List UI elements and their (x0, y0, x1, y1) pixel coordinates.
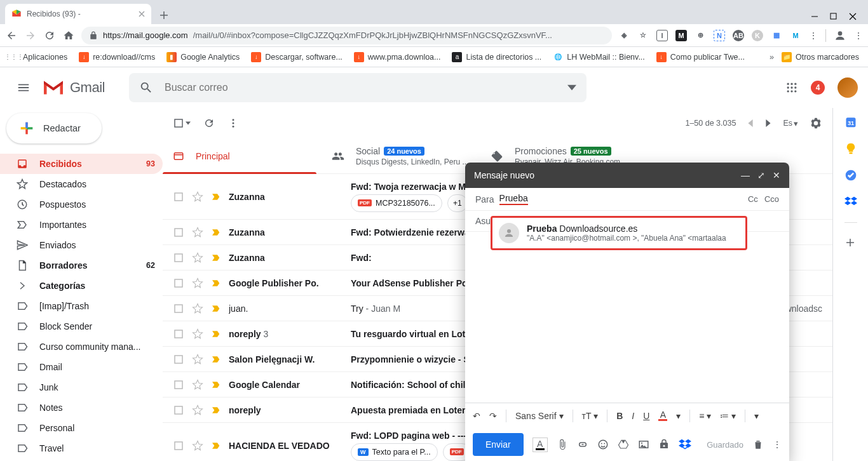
input-tools[interactable]: Es ▾ (783, 119, 798, 128)
row-checkbox[interactable] (173, 440, 184, 451)
minimize-compose-icon[interactable]: — (741, 170, 750, 180)
bookmark-item[interactable]: ▮Google Analytics (163, 52, 243, 62)
tab-principal[interactable]: Principal (163, 138, 322, 173)
close-window-icon[interactable] (849, 13, 857, 20)
refresh-icon[interactable] (203, 117, 215, 129)
bookmark-item[interactable]: ↓re:download//cms (75, 52, 159, 62)
close-compose-icon[interactable]: ✕ (773, 170, 780, 180)
bookmarks-overflow[interactable]: » (770, 53, 774, 62)
row-checkbox[interactable] (173, 252, 184, 264)
sidebar-item-junk[interactable]: Junk (0, 377, 163, 398)
star-icon[interactable] (192, 277, 203, 289)
ext-icon[interactable]: ▦ (771, 30, 782, 41)
dropbox-icon[interactable] (679, 438, 691, 451)
sidebar-item-notes[interactable]: Notes (0, 398, 163, 418)
bookmark-item[interactable]: ↓Como publicar Twe... (653, 52, 749, 62)
keep-icon[interactable] (844, 142, 857, 155)
bookmark-item[interactable]: aLista de directorios ... (448, 52, 545, 62)
star-icon[interactable] (192, 354, 203, 365)
more-format-icon[interactable]: ▾ (754, 411, 759, 421)
bcc-button[interactable]: Cco (764, 194, 779, 204)
home-button[interactable] (62, 30, 75, 41)
omnibox[interactable]: https://mail.google.com/mail/u/0/#inbox?… (81, 27, 612, 44)
forward-button[interactable] (24, 30, 37, 41)
minimize-icon[interactable] (811, 13, 818, 20)
star-icon[interactable] (192, 379, 203, 391)
ext-icon[interactable]: ◈ (618, 30, 630, 41)
search-box[interactable] (129, 73, 587, 102)
row-checkbox[interactable] (173, 191, 184, 203)
notifications-badge[interactable]: 4 (811, 81, 825, 95)
avatar[interactable] (837, 77, 858, 98)
ext-icon[interactable]: K (752, 30, 763, 41)
search-input[interactable] (159, 82, 561, 93)
row-checkbox[interactable] (173, 379, 184, 391)
sidebar-item-enviados[interactable]: Enviados (0, 235, 163, 255)
sidebar-item-pospuestos[interactable]: Pospuestos (0, 194, 163, 215)
row-checkbox[interactable] (173, 277, 184, 289)
calendar-icon[interactable]: 31 (844, 116, 857, 128)
important-icon[interactable] (211, 192, 221, 202)
star-icon[interactable] (192, 191, 203, 203)
new-tab-button[interactable] (155, 6, 173, 24)
ext-icon[interactable]: M (790, 30, 801, 41)
sidebar-item-importantes[interactable]: Importantes (0, 215, 163, 235)
browser-tab[interactable]: Recibidos (93) - (5, 4, 151, 24)
align-icon[interactable]: ≡ ▾ (699, 411, 711, 421)
important-icon[interactable] (211, 227, 221, 237)
sidebar-item-cursocommunitymana[interactable]: Curso community mana... (0, 337, 163, 357)
select-checkbox[interactable] (173, 117, 191, 129)
contact-suggestion[interactable]: Prueba Downloadsource.es "A.A" <anamjico… (491, 216, 747, 250)
row-checkbox[interactable] (173, 354, 184, 365)
sidebar-item-personal[interactable]: Personal (0, 418, 163, 438)
other-bookmarks[interactable]: 📁Otros marcadores (778, 52, 863, 62)
ext-icon[interactable]: ⊕ (695, 30, 706, 41)
sidebar-item-dmail[interactable]: Dmail (0, 357, 163, 377)
tab-social[interactable]: Social24 nuevos Disqus Digests, LinkedIn… (322, 138, 480, 173)
search-icon[interactable] (133, 81, 159, 95)
important-icon[interactable] (211, 329, 221, 339)
star-icon[interactable] (192, 252, 203, 264)
image-icon[interactable] (638, 439, 649, 450)
italic-icon[interactable]: I (632, 411, 634, 421)
star-icon[interactable] (192, 303, 203, 314)
important-icon[interactable] (211, 304, 221, 314)
expand-compose-icon[interactable]: ⤢ (757, 170, 765, 180)
link-icon[interactable] (577, 439, 588, 450)
row-checkbox[interactable] (173, 303, 184, 314)
sidebar-item-travel[interactable]: Travel (0, 438, 163, 458)
undo-icon[interactable]: ↶ (473, 411, 480, 421)
compose-body[interactable] (465, 232, 789, 403)
text-color-icon[interactable]: A (658, 410, 667, 421)
more-icon[interactable] (227, 117, 239, 129)
back-button[interactable] (5, 30, 18, 41)
to-input-text[interactable]: Prueba (499, 193, 528, 205)
star-icon[interactable]: ☆ (637, 30, 649, 41)
search-options-icon[interactable] (561, 83, 583, 92)
close-icon[interactable] (139, 11, 145, 17)
discard-icon[interactable] (752, 439, 764, 450)
font-size-icon[interactable]: тT ▾ (582, 411, 599, 421)
sidebar-item-blocksender[interactable]: Block Sender (0, 316, 163, 337)
sidebar-item-borradores[interactable]: Borradores62 (0, 255, 163, 276)
to-field[interactable]: Para Prueba Cc Cco (465, 188, 789, 211)
confidential-icon[interactable] (658, 439, 670, 450)
reload-button[interactable] (43, 30, 56, 41)
settings-icon[interactable] (810, 117, 822, 130)
ext-icon[interactable]: M (675, 30, 687, 41)
star-icon[interactable] (192, 328, 203, 340)
ext-icon[interactable]: I (656, 30, 668, 41)
redo-icon[interactable]: ↷ (489, 411, 497, 421)
bookmark-item[interactable]: ↓www.pma.downloa... (350, 52, 445, 62)
tasks-icon[interactable] (844, 169, 857, 182)
chrome-menu-icon[interactable]: ⋮ (809, 30, 818, 41)
important-icon[interactable] (211, 380, 221, 390)
ext-icon[interactable]: AB (733, 30, 744, 41)
profile-icon[interactable] (834, 29, 846, 42)
gmail-logo[interactable]: Gmail (42, 79, 124, 97)
compose-header[interactable]: Mensaje nuevo — ⤢ ✕ (465, 163, 789, 188)
ext-icon[interactable]: N (714, 30, 725, 41)
sidebar-item-categoras[interactable]: Categorías (0, 276, 163, 296)
sidebar-item-recibidos[interactable]: Recibidos93 (0, 154, 163, 174)
next-page-icon[interactable] (765, 119, 771, 127)
